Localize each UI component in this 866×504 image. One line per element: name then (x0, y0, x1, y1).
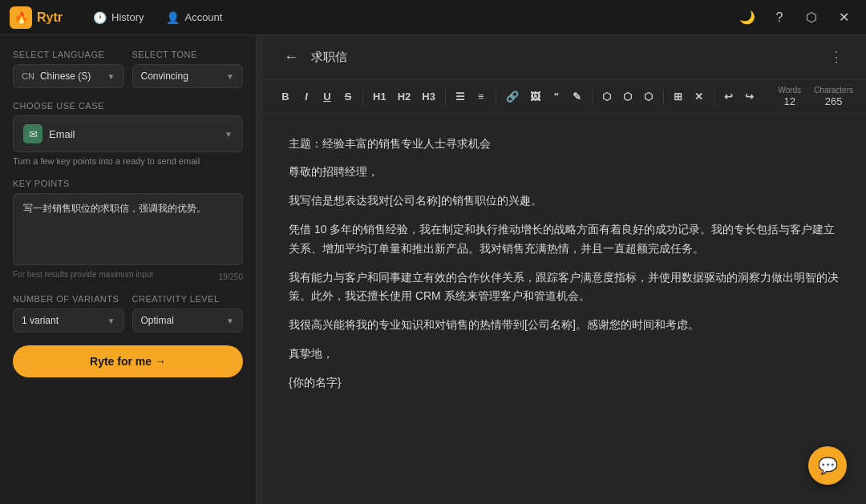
toolbar-sep-1 (362, 89, 363, 105)
more-options-button[interactable]: ⋮ (823, 46, 850, 67)
chars-label: Characters (814, 86, 853, 95)
tone-select[interactable]: Convincing ▼ (132, 64, 244, 88)
align-left-button[interactable]: ⬡ (597, 87, 617, 107)
toolbar-sep-2 (445, 89, 446, 105)
external-link-button[interactable]: ⬡ (799, 5, 824, 30)
close-button[interactable]: ✕ (831, 5, 856, 30)
content-area: ← 求职信 ⋮ B I U S H1 H2 H3 ☰ ≡ 🔗 🖼 " ✎ ⬡ ⬡ (263, 35, 866, 504)
creativity-select[interactable]: Optimal ▼ (132, 308, 244, 333)
key-points-label: Key points (13, 179, 243, 188)
creativity-col: Creativity level Optimal ▼ (132, 294, 244, 333)
nav-account-label: Account (184, 11, 222, 23)
use-case-select[interactable]: ✉ Email ▼ (13, 115, 243, 152)
back-button[interactable]: ← (279, 47, 303, 67)
language-label: Select language (13, 50, 124, 59)
redo-button[interactable]: ↪ (740, 87, 759, 107)
creativity-chevron-icon: ▼ (226, 317, 234, 325)
content-title: 求职信 (311, 50, 347, 65)
table-button[interactable]: ⊞ (669, 87, 688, 107)
use-case-icon: ✉ (23, 124, 42, 143)
key-points-input[interactable]: 写一封销售职位的求职信，强调我的优势。 (13, 193, 243, 265)
tone-value: Convincing (141, 71, 188, 82)
use-case-hint: Turn a few key points into a ready to se… (13, 156, 243, 166)
tone-chevron-icon: ▼ (226, 72, 234, 81)
undo-button[interactable]: ↩ (719, 87, 739, 107)
toolbar-sep-6 (714, 89, 714, 105)
language-tone-row: Select language CN Chinese (S) ▼ Select … (13, 50, 243, 88)
h3-button[interactable]: H3 (417, 87, 440, 107)
stats-area: Words 12 Characters 265 (778, 86, 853, 108)
strikethrough-button[interactable]: S (338, 87, 358, 107)
language-flag: CN (22, 71, 37, 81)
use-case-group: Choose use case ✉ Email ▼ Turn a few key… (13, 101, 243, 166)
editor-line-2: 尊敬的招聘经理， (289, 163, 840, 182)
editor-line-4: 凭借 10 多年的销售经验，我在制定和执行推动增长的战略方面有着良好的成功记录。… (289, 220, 840, 259)
nav-history-label: History (111, 11, 144, 23)
key-points-hint: For best results provide maximum input (13, 270, 153, 280)
words-label: Words (778, 86, 801, 95)
variants-select[interactable]: 1 variant ▼ (13, 308, 124, 333)
variants-value: 1 variant (22, 315, 59, 326)
pen-button[interactable]: ✎ (568, 87, 587, 107)
toolbar-sep-3 (496, 89, 496, 105)
main-layout: Select language CN Chinese (S) ▼ Select … (0, 35, 866, 504)
toolbar-sep-4 (592, 89, 593, 105)
variants-label: Number of variants (13, 294, 124, 304)
words-stat: Words 12 (778, 86, 801, 108)
history-icon: 🕐 (93, 11, 107, 24)
editor-line-6: 我很高兴能将我的专业知识和对销售的热情带到[公司名称]。感谢您的时间和考虑。 (289, 316, 840, 335)
variants-chevron-icon: ▼ (107, 317, 115, 325)
editor-line-1: 主题：经验丰富的销售专业人士寻求机会 (289, 135, 840, 154)
account-icon: 👤 (166, 11, 180, 24)
creativity-label: Creativity level (132, 294, 244, 304)
italic-button[interactable]: I (297, 87, 316, 107)
ryte-btn-label: Ryte for me → (90, 355, 166, 368)
help-button[interactable]: ? (767, 5, 792, 30)
ordered-list-button[interactable]: ≡ (471, 87, 491, 107)
tone-col: Select tone Convincing ▼ (132, 50, 244, 88)
editor-line-7: 真挚地， (289, 345, 840, 364)
editor-area[interactable]: 主题：经验丰富的销售专业人士寻求机会 尊敬的招聘经理， 我写信是想表达我对[公司… (263, 115, 866, 504)
logo[interactable]: 🔥 Rytr (10, 6, 63, 29)
sidebar-divider (257, 35, 263, 504)
toolbar-sep-5 (663, 89, 664, 105)
logo-icon: 🔥 (10, 6, 32, 29)
link-button[interactable]: 🔗 (501, 87, 524, 107)
align-right-button[interactable]: ⬡ (639, 87, 658, 107)
language-value: Chinese (S) (40, 71, 91, 82)
bullet-list-button[interactable]: ☰ (451, 87, 470, 107)
bold-button[interactable]: B (276, 87, 295, 107)
words-value: 12 (784, 95, 795, 108)
editor-line-5: 我有能力与客户和同事建立有效的合作伙伴关系，跟踪客户满意度指标，并使用数据驱动的… (289, 268, 840, 307)
use-case-label: Choose use case (13, 101, 243, 111)
language-col: Select language CN Chinese (S) ▼ (13, 50, 124, 88)
creativity-value: Optimal (141, 315, 174, 326)
ryte-for-me-button[interactable]: Ryte for me → (13, 345, 243, 377)
h2-button[interactable]: H2 (393, 87, 416, 107)
content-header: ← 求职信 ⋮ (263, 35, 866, 79)
quote-button[interactable]: " (547, 87, 566, 107)
underline-button[interactable]: U (318, 87, 337, 107)
nav-account[interactable]: 👤 Account (155, 6, 233, 29)
topnav: 🔥 Rytr 🕐 History 👤 Account 🌙 ? ⬡ ✕ (0, 0, 866, 35)
chars-stat: Characters 265 (814, 86, 853, 108)
key-points-group: Key points 写一封销售职位的求职信，强调我的优势。 For best … (13, 179, 243, 281)
dark-mode-button[interactable]: 🌙 (734, 5, 760, 30)
language-select[interactable]: CN Chinese (S) ▼ (13, 64, 124, 88)
chat-bubble-button[interactable]: 💬 (808, 446, 847, 485)
use-case-chevron-icon: ▼ (225, 130, 233, 139)
sidebar: Select language CN Chinese (S) ▼ Select … (0, 35, 257, 504)
key-points-wrap: 写一封销售职位的求职信，强调我的优势。 (13, 193, 243, 268)
toolbar: B I U S H1 H2 H3 ☰ ≡ 🔗 🖼 " ✎ ⬡ ⬡ ⬡ ⊞ ✕ ↩… (263, 79, 866, 115)
chars-value: 265 (825, 95, 843, 108)
logo-text: Rytr (37, 10, 63, 25)
char-count: 19/250 (218, 272, 243, 281)
image-button[interactable]: 🖼 (525, 87, 545, 107)
nav-history[interactable]: 🕐 History (82, 6, 155, 29)
variants-col: Number of variants 1 variant ▼ (13, 294, 124, 333)
clear-button[interactable]: ✕ (690, 87, 709, 107)
editor-line-3: 我写信是想表达我对[公司名称]的销售职位的兴趣。 (289, 192, 840, 211)
align-center-button[interactable]: ⬡ (618, 87, 637, 107)
h1-button[interactable]: H1 (368, 87, 391, 107)
editor-line-8: {你的名字} (289, 373, 840, 393)
